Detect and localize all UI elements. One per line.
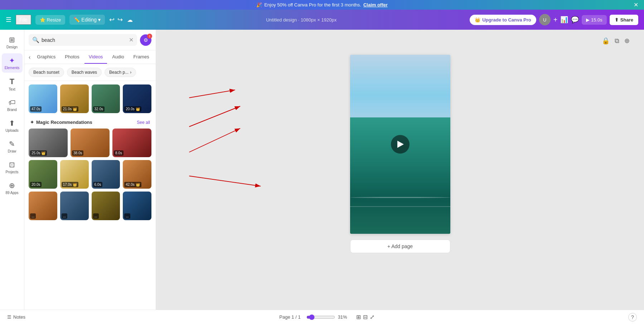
- search-input[interactable]: [42, 37, 127, 43]
- search-input-wrap: 🔍 ✕: [29, 34, 137, 46]
- filter-btn[interactable]: ⚙ 1: [140, 34, 151, 46]
- zoom-slider[interactable]: [306, 314, 335, 320]
- magic-thumb-3[interactable]: 8.0s: [112, 129, 151, 157]
- notes-icon: ☰: [7, 314, 11, 320]
- claim-offer-link[interactable]: Claim offer: [363, 2, 388, 8]
- canvas-frame-wrap: + Add page: [350, 55, 450, 253]
- extra-duration-4: 42.0s 👑: [124, 182, 141, 187]
- sidebar-item-apps[interactable]: ⊕ 89 Apps: [2, 178, 23, 198]
- promo-close-btn[interactable]: ✕: [634, 1, 638, 8]
- sidebar-item-draw-label: Draw: [8, 149, 16, 153]
- tab-bar: ‹ Graphics Photos Videos Audio Frames ›: [24, 50, 156, 64]
- share-btn[interactable]: ⬆ Share: [610, 15, 638, 25]
- header-center: Untitled design · 1080px × 1920px: [136, 17, 467, 23]
- help-btn[interactable]: ?: [628, 313, 637, 321]
- extra-thumb-7[interactable]: ...: [92, 192, 120, 220]
- extra-duration-5: ...: [30, 213, 36, 219]
- view-buttons: ⊞ ⊟ ⤢: [356, 314, 374, 320]
- tab-graphics[interactable]: Graphics: [33, 50, 60, 64]
- see-all-btn[interactable]: See all: [137, 120, 150, 125]
- tab-audio[interactable]: Audio: [108, 50, 128, 64]
- preview-play-btn[interactable]: ▶ 15.0s: [582, 15, 606, 25]
- add-collaborator-btn[interactable]: +: [553, 16, 558, 24]
- sidebar-item-elements[interactable]: ✦ Elements: [2, 53, 23, 73]
- fullscreen-btn[interactable]: ⤢: [370, 314, 374, 320]
- sidebar-item-uploads[interactable]: ⬆ Uploads: [2, 116, 23, 135]
- video-duration-3: 32.0s: [93, 106, 105, 112]
- magic-thumb-1[interactable]: 25.0s 👑: [29, 129, 68, 157]
- svg-line-4: [189, 176, 261, 187]
- tab-scroll-left-btn[interactable]: ‹: [27, 53, 32, 62]
- header-left: ☰ File ⭐ Resize ✏️ Editing ▾ ↩ ↪ ☁: [6, 15, 133, 25]
- sidebar-item-design[interactable]: ⊞ Design: [2, 33, 23, 52]
- video-duration-1: 47.0s: [30, 106, 42, 112]
- bottom-center: Page 1 / 1 31% ⊞ ⊟ ⤢: [279, 314, 374, 320]
- video-duration-4: 20.0s 👑: [124, 106, 141, 112]
- canvas-video-background: [350, 55, 450, 234]
- sidebar-item-projects-label: Projects: [5, 170, 18, 174]
- sidebar-item-elements-label: Elements: [5, 66, 20, 70]
- hamburger-icon[interactable]: ☰: [6, 16, 11, 24]
- extra-thumb-3[interactable]: 6.0s: [92, 160, 120, 189]
- filter-badge: 1: [147, 34, 152, 39]
- video-thumb-3[interactable]: 32.0s: [92, 84, 120, 113]
- elements-icon: ✦: [9, 56, 15, 65]
- apps-icon: ⊕: [9, 181, 15, 190]
- extra-thumb-6[interactable]: ...: [60, 192, 89, 220]
- extra-thumb-4[interactable]: 42.0s 👑: [123, 160, 151, 189]
- extra-thumb-5[interactable]: ...: [29, 192, 57, 220]
- extra-thumb-2[interactable]: 17.0s 👑: [60, 160, 89, 189]
- file-menu-btn[interactable]: File: [16, 15, 31, 25]
- extra-thumb-8[interactable]: ...: [123, 192, 151, 220]
- analytics-btn[interactable]: 📊: [560, 16, 568, 24]
- tab-frames[interactable]: Frames: [129, 50, 154, 64]
- header-right: 👑 Upgrade to Canva Pro U + 📊 💬 ▶ 15.0s ⬆…: [470, 14, 638, 25]
- magic-duration-3: 8.0s: [114, 150, 124, 156]
- undo-btn[interactable]: ↩: [109, 16, 115, 24]
- suggestion-beach-people[interactable]: Beach p... ›: [105, 68, 136, 77]
- suggestion-beach-sunset[interactable]: Beach sunset: [29, 68, 64, 77]
- extra-thumb-1[interactable]: 20.0s: [29, 160, 57, 189]
- sidebar-item-text[interactable]: T Text: [2, 74, 23, 94]
- video-thumb-2[interactable]: 21.0s 👑: [60, 84, 89, 113]
- comments-btn[interactable]: 💬: [571, 16, 579, 24]
- search-panel: 🔍 ✕ ⚙ 1 ‹ Graphics Photos Videos Audio F…: [24, 30, 156, 322]
- canvas-frame[interactable]: [350, 55, 450, 234]
- canvas-play-btn[interactable]: [391, 135, 410, 154]
- svg-line-2: [189, 90, 235, 98]
- share-label: Share: [620, 17, 633, 23]
- svg-line-3: [189, 129, 241, 153]
- suggestion-beach-waves[interactable]: Beach waves: [67, 68, 102, 77]
- avatar[interactable]: U: [539, 14, 551, 25]
- lock-btn[interactable]: 🔒: [602, 37, 610, 45]
- add-page-btn[interactable]: + Add page: [350, 240, 450, 253]
- video-thumb-4[interactable]: 20.0s 👑: [123, 84, 151, 113]
- present-view-btn[interactable]: ⊟: [363, 314, 368, 320]
- notes-btn[interactable]: ☰ Notes: [7, 314, 25, 320]
- magic-duration-1: 25.0s 👑: [30, 150, 47, 156]
- crown-icon: 👑: [475, 17, 480, 23]
- brand-icon: 🏷: [9, 98, 16, 107]
- sidebar-item-brand[interactable]: 🏷 Brand: [2, 96, 23, 115]
- sidebar-item-uploads-label: Uploads: [5, 129, 19, 132]
- icon-sidebar: ⊞ Design ✦ Elements T Text 🏷 Brand ⬆ Upl…: [0, 30, 24, 322]
- editing-btn[interactable]: ✏️ Editing ▾: [69, 15, 105, 25]
- magic-thumb-2[interactable]: 38.0s: [71, 129, 110, 157]
- clear-search-btn[interactable]: ✕: [129, 37, 134, 43]
- tab-photos[interactable]: Photos: [60, 50, 83, 64]
- upgrade-btn[interactable]: 👑 Upgrade to Canva Pro: [470, 15, 536, 25]
- copy-btn[interactable]: ⧉: [615, 37, 619, 45]
- app-body: ⊞ Design ✦ Elements T Text 🏷 Brand ⬆ Upl…: [0, 30, 644, 322]
- video-thumb-1[interactable]: 47.0s: [29, 84, 57, 113]
- tab-videos[interactable]: Videos: [84, 50, 107, 64]
- share-icon: ⬆: [615, 17, 619, 23]
- video-grid: 47.0s 21.0s 👑 32.0s 20.0s 👑 ✦: [24, 81, 156, 322]
- grid-view-btn[interactable]: ⊞: [356, 314, 361, 320]
- magic-duration-2: 38.0s: [72, 150, 83, 156]
- add-element-btn[interactable]: ⊕: [624, 37, 630, 45]
- redo-btn[interactable]: ↪: [117, 16, 123, 24]
- cloud-save-btn[interactable]: ☁: [127, 16, 133, 23]
- resize-btn[interactable]: ⭐ Resize: [35, 15, 66, 25]
- sidebar-item-draw[interactable]: ✎ Draw: [2, 137, 23, 156]
- sidebar-item-projects[interactable]: ⊡ Projects: [2, 158, 23, 177]
